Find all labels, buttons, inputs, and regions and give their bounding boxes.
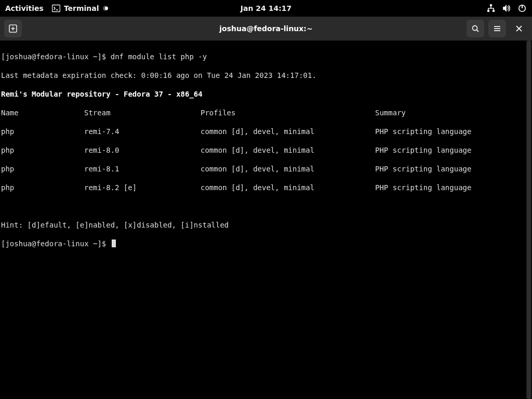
- activities-button[interactable]: Activities: [5, 4, 44, 12]
- app-menu-label: Terminal: [64, 4, 99, 12]
- menu-button[interactable]: [488, 20, 506, 37]
- scrollbar-thumb[interactable]: [527, 41, 531, 399]
- hamburger-icon: [493, 24, 501, 33]
- close-icon: [515, 25, 523, 32]
- table-row: phpremi-8.1common [d], devel, minimalPHP…: [1, 164, 531, 174]
- clock[interactable]: Jan 24 14:17: [241, 4, 291, 12]
- new-tab-button[interactable]: [4, 20, 22, 37]
- svg-rect-2: [490, 4, 492, 6]
- svg-rect-3: [487, 10, 489, 12]
- spinner-icon: [103, 6, 108, 11]
- terminal-header: joshua@fedora-linux:~: [0, 17, 532, 41]
- search-icon: [471, 24, 480, 33]
- network-icon[interactable]: [486, 4, 496, 13]
- repo-header: Remi's Modular repository - Fedora 37 - …: [1, 89, 531, 99]
- cursor: [112, 240, 116, 247]
- terminal-line: [joshua@fedora-linux ~]$ dnf module list…: [1, 52, 531, 61]
- table-row: phpremi-7.4common [d], devel, minimalPHP…: [1, 127, 531, 136]
- svg-point-10: [473, 26, 477, 31]
- close-button[interactable]: [510, 20, 528, 37]
- terminal-icon: [52, 4, 60, 12]
- table-row: phpremi-8.0common [d], devel, minimalPHP…: [1, 145, 531, 155]
- terminal-line: Hint: [d]efault, [e]nabled, [x]disabled,…: [1, 220, 531, 230]
- gnome-topbar: Activities Terminal Jan 24 14:17: [0, 0, 532, 17]
- svg-line-11: [477, 30, 479, 32]
- window-title: joshua@fedora-linux:~: [219, 24, 312, 33]
- terminal-body[interactable]: [joshua@fedora-linux ~]$ dnf module list…: [0, 41, 532, 399]
- table-header: NameStreamProfilesSummary: [1, 108, 531, 117]
- plus-box-icon: [9, 24, 17, 33]
- power-icon[interactable]: [517, 4, 527, 13]
- svg-rect-0: [52, 5, 60, 12]
- terminal-line: Last metadata expiration check: 0:00:16 …: [1, 71, 531, 80]
- svg-rect-4: [493, 10, 495, 12]
- search-button[interactable]: [467, 20, 484, 37]
- volume-icon[interactable]: [502, 4, 511, 13]
- table-row: phpremi-8.2 [e]common [d], devel, minima…: [1, 183, 531, 192]
- terminal-line: [1, 202, 531, 211]
- scrollbar[interactable]: [526, 41, 532, 399]
- app-menu[interactable]: Terminal: [52, 4, 108, 12]
- terminal-line: [joshua@fedora-linux ~]$: [1, 239, 531, 248]
